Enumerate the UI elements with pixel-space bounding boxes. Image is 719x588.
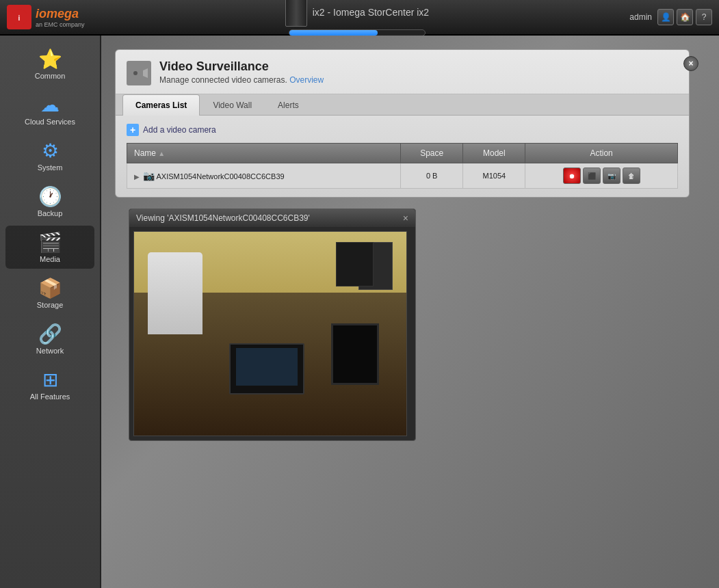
- panel-subtitle: Manage connected video cameras. Overview: [159, 75, 324, 85]
- sidebar-label-allfeatures: All Features: [30, 392, 70, 401]
- sidebar-item-backup[interactable]: 🕐 Backup: [5, 180, 94, 223]
- storage-icon: 📦: [38, 277, 62, 299]
- sidebar-item-media[interactable]: 🎬 Media: [5, 226, 94, 269]
- expand-icon[interactable]: ▶: [134, 173, 140, 181]
- app-layout: ⭐ Common ☁ Cloud Services ⚙ System 🕐 Bac…: [0, 36, 719, 588]
- laptop-screen: [236, 348, 298, 386]
- cloud-icon: ☁: [40, 94, 60, 116]
- record-icon: ⏺: [568, 172, 575, 180]
- device-info: ix2 - Iomega StorCenter ix2: [285, 0, 429, 36]
- add-camera-label: Add a video camera: [143, 125, 216, 135]
- panel-icon: [127, 61, 151, 85]
- network-icon: 🔗: [38, 323, 62, 345]
- header-controls: admin 👤 🏠 ?: [629, 9, 712, 25]
- viewing-title: Viewing 'AXISM1054NetworkC00408CC6CB39': [136, 213, 310, 223]
- video-surveillance-panel: Video Surveillance Manage connected vide…: [115, 49, 690, 198]
- tabs: Cameras List Video Wall Alerts: [116, 94, 689, 116]
- username-label: admin: [629, 12, 652, 22]
- media-icon: 🎬: [38, 231, 62, 254]
- delete-icon: 🗑: [628, 172, 635, 180]
- logo-text-group: iomega an EMC company: [36, 7, 85, 28]
- device-title: ix2 - Iomega StorCenter ix2: [313, 7, 429, 18]
- app-header: i iomega an EMC company ix2 - Iomega Sto…: [0, 0, 719, 36]
- sidebar-label-storage: Storage: [37, 301, 64, 309]
- camera-feed: [133, 231, 407, 436]
- home-button[interactable]: 🏠: [677, 9, 693, 25]
- camera-model: M1054: [463, 163, 525, 189]
- tab-alerts[interactable]: Alerts: [265, 94, 312, 116]
- viewing-close-button[interactable]: ×: [403, 213, 408, 224]
- camera-name-inner: ▶ 📷 AXISM1054NetworkC00408CC6CB39: [134, 170, 393, 181]
- panel-subtitle-text: Manage connected video cameras.: [159, 75, 289, 85]
- sidebar-item-common[interactable]: ⭐ Common: [5, 42, 94, 85]
- sidebar-label-media: Media: [40, 255, 60, 263]
- camera-icon: 📷: [143, 170, 155, 181]
- panel-title: Video Surveillance: [159, 59, 324, 74]
- backup-icon: 🕐: [38, 185, 62, 208]
- user-button[interactable]: 👤: [657, 9, 674, 25]
- panel-title-group: Video Surveillance Manage connected vide…: [159, 59, 324, 85]
- main-relative: Video Surveillance Manage connected vide…: [115, 49, 705, 442]
- delete-button[interactable]: 🗑: [623, 168, 640, 184]
- screenshot-button[interactable]: 📷: [603, 168, 620, 184]
- sidebar-item-storage[interactable]: 📦 Storage: [5, 271, 94, 315]
- device-image: [285, 0, 307, 27]
- device-icon-group: ix2 - Iomega StorCenter ix2: [285, 0, 429, 27]
- col-action: Action: [525, 144, 678, 163]
- system-icon: ⚙: [42, 139, 59, 162]
- camera-name: AXISM1054NetworkC00408CC6CB39: [157, 172, 285, 181]
- sidebar-item-network[interactable]: 🔗 Network: [5, 317, 94, 360]
- sidebar-label-network: Network: [36, 347, 64, 355]
- sidebar-item-system[interactable]: ⚙ System: [5, 134, 94, 177]
- sort-arrow-icon: ▲: [158, 150, 165, 157]
- sidebar: ⭐ Common ☁ Cloud Services ⚙ System 🕐 Bac…: [0, 36, 101, 588]
- tab-cameras[interactable]: Cameras List: [122, 94, 200, 116]
- allfeatures-icon: ⊞: [42, 369, 58, 391]
- svg-text:i: i: [18, 14, 21, 22]
- viewing-panel: Viewing 'AXISM1054NetworkC00408CC6CB39' …: [129, 209, 416, 441]
- camera-space: 0 B: [400, 163, 462, 189]
- sidebar-label-backup: Backup: [38, 209, 63, 217]
- main-content: Video Surveillance Manage connected vide…: [101, 36, 719, 588]
- tab-videowall[interactable]: Video Wall: [200, 94, 265, 116]
- camera-actions-cell: ⏺ ⬛ 📷 �: [525, 163, 678, 189]
- logo-icon: i: [7, 5, 31, 29]
- logo-sub: an EMC company: [36, 21, 85, 28]
- laptop: [229, 343, 304, 395]
- sidebar-item-allfeatures[interactable]: ⊞ All Features: [5, 363, 94, 406]
- person-shirt: [148, 252, 202, 334]
- logo-wordmark: iomega: [36, 7, 85, 21]
- table-row: ▶ 📷 AXISM1054NetworkC00408CC6CB39 0 B M1…: [127, 163, 678, 189]
- help-button[interactable]: ?: [696, 9, 712, 25]
- sidebar-label-system: System: [38, 163, 63, 172]
- add-icon: +: [127, 124, 139, 136]
- room-scene: [134, 232, 406, 436]
- stop-button[interactable]: ⬛: [583, 168, 601, 184]
- camera-table: Name ▲ Space Model Action: [127, 143, 678, 189]
- panel-close-button[interactable]: ×: [683, 56, 698, 71]
- common-icon: ⭐: [38, 48, 62, 70]
- sidebar-item-cloud[interactable]: ☁ Cloud Services: [5, 88, 94, 131]
- close-icon: ×: [688, 59, 693, 68]
- sidebar-label-cloud: Cloud Services: [25, 118, 75, 126]
- speaker-left: [336, 242, 374, 286]
- monitor: [331, 323, 379, 385]
- record-button[interactable]: ⏺: [563, 168, 581, 184]
- loading-bar-fill: [289, 30, 378, 36]
- table-area: + Add a video camera Name ▲ Space M: [116, 116, 689, 197]
- svg-point-4: [133, 71, 138, 75]
- stop-icon: ⬛: [588, 172, 596, 180]
- camera-name-cell: ▶ 📷 AXISM1054NetworkC00408CC6CB39: [127, 163, 401, 189]
- col-space: Space: [400, 144, 462, 163]
- screenshot-icon: 📷: [607, 172, 616, 180]
- overview-link[interactable]: Overview: [289, 75, 324, 85]
- viewing-header: Viewing 'AXISM1054NetworkC00408CC6CB39' …: [129, 209, 415, 227]
- col-name: Name ▲: [127, 144, 401, 163]
- col-model: Model: [463, 144, 525, 163]
- logo: i iomega an EMC company: [7, 5, 85, 29]
- svg-marker-3: [143, 68, 148, 78]
- panel-header: Video Surveillance Manage connected vide…: [116, 50, 689, 94]
- sidebar-label-common: Common: [35, 72, 66, 80]
- add-camera-button[interactable]: + Add a video camera: [127, 124, 678, 136]
- camera-actions: ⏺ ⬛ 📷 �: [532, 168, 670, 184]
